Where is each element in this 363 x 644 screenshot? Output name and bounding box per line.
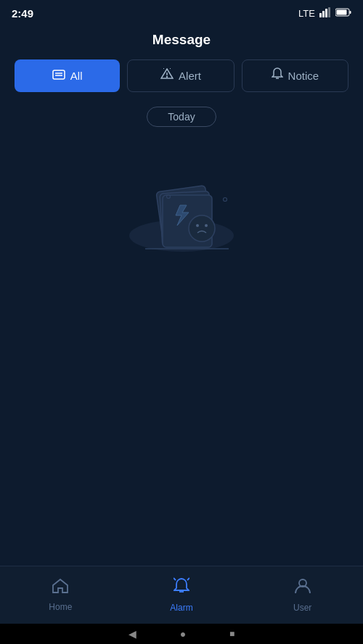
empty-state (0, 141, 363, 286)
nav-user-label: User (293, 603, 311, 613)
tab-all-label: All (70, 70, 83, 82)
svg-point-25 (196, 224, 199, 227)
svg-rect-2 (325, 9, 327, 17)
nav-home[interactable]: Home (0, 572, 121, 618)
bottom-nav: Home Alarm User (0, 566, 363, 624)
tab-alert[interactable]: Alert (127, 59, 234, 92)
user-icon (295, 577, 311, 599)
signal-icon (319, 7, 331, 20)
svg-rect-1 (322, 11, 325, 17)
svg-point-26 (205, 224, 208, 227)
svg-rect-3 (328, 7, 330, 17)
status-bar: 2:49 LTE (0, 0, 363, 26)
svg-rect-7 (53, 70, 65, 79)
android-nav: ◀ ● ■ (0, 624, 363, 644)
svg-point-24 (189, 215, 215, 242)
svg-rect-6 (350, 11, 351, 14)
status-icons: LTE (298, 7, 351, 20)
status-time: 2:49 (12, 7, 33, 20)
page-title: Message (152, 32, 211, 47)
empty-illustration (116, 163, 247, 265)
today-section: Today (0, 107, 363, 127)
svg-line-31 (174, 578, 176, 580)
tab-all[interactable]: All (15, 59, 120, 92)
tab-alert-label: Alert (179, 70, 201, 82)
recents-button[interactable]: ■ (229, 629, 234, 639)
nav-alarm-label: Alarm (170, 603, 192, 613)
notice-icon (272, 67, 283, 84)
svg-line-14 (170, 68, 171, 69)
alert-icon (160, 68, 174, 83)
svg-line-32 (187, 578, 189, 580)
svg-line-12 (163, 68, 164, 69)
alarm-icon (174, 577, 189, 599)
nav-home-label: Home (49, 602, 72, 612)
svg-point-11 (167, 77, 168, 78)
tab-bar: All Alert Notice (0, 59, 363, 92)
home-button[interactable]: ● (180, 628, 186, 640)
nav-user[interactable]: User (242, 571, 363, 619)
svg-point-28 (224, 198, 227, 202)
svg-rect-0 (319, 13, 322, 17)
tab-notice-label: Notice (288, 70, 319, 82)
today-badge: Today (147, 107, 216, 127)
tab-notice[interactable]: Notice (242, 59, 348, 92)
no-message-svg (116, 163, 247, 265)
nav-alarm[interactable]: Alarm (121, 571, 242, 619)
all-icon (52, 69, 65, 83)
back-button[interactable]: ◀ (129, 628, 136, 640)
header: Message (0, 26, 363, 59)
home-icon (52, 578, 69, 598)
battery-icon (335, 8, 351, 19)
lte-icon: LTE (298, 8, 315, 19)
svg-rect-5 (337, 9, 347, 15)
